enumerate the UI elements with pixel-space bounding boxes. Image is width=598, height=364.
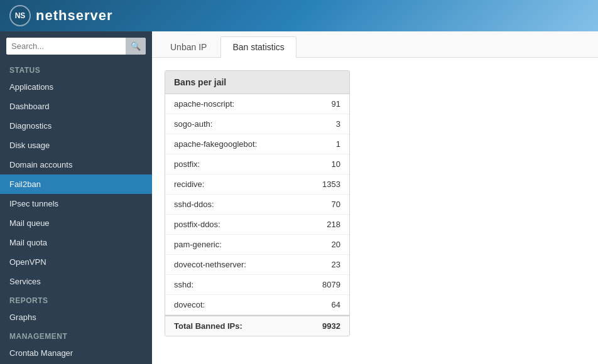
panel-content: Bans per jail apache-noscript: 91 sogo-a… — [152, 58, 598, 349]
sidebar-item-ipsec-tunnels[interactable]: IPsec tunnels — [0, 194, 152, 213]
table-row: apache-fakegooglebot: 1 — [165, 134, 349, 154]
bans-table: Bans per jail apache-noscript: 91 sogo-a… — [165, 70, 350, 336]
sidebar-item-mail-quota[interactable]: Mail quota — [0, 233, 152, 252]
sidebar-item-graphs[interactable]: Graphs — [0, 308, 152, 327]
jail-name: recidive: — [174, 179, 204, 189]
ban-count: 8079 — [322, 280, 340, 289]
jail-name: dovecot-nethserver: — [174, 260, 246, 269]
sidebar-item-crontab-manager[interactable]: Crontab Manager — [0, 343, 152, 363]
sidebar-item-applications[interactable]: Applications — [0, 77, 152, 97]
sidebar-item-openvpn[interactable]: OpenVPN — [0, 252, 152, 272]
jail-name: sogo-auth: — [174, 119, 212, 129]
table-row: apache-noscript: 91 — [165, 94, 349, 114]
tab-unban-ip[interactable]: Unban IP — [158, 36, 219, 57]
jail-name: postfix: — [174, 159, 200, 169]
ban-count: 91 — [332, 99, 340, 109]
search-button[interactable]: 🔍 — [126, 38, 146, 55]
table-row: sogo-auth: 3 — [165, 114, 349, 134]
table-row: dovecot-nethserver: 23 — [165, 255, 349, 275]
table-row: recidive: 1353 — [165, 174, 349, 195]
search-box: 🔍 — [6, 38, 146, 55]
sidebar-item-domain-accounts[interactable]: Domain accounts — [0, 155, 152, 174]
logo-icon: NS — [9, 5, 31, 26]
tab-ban-statistics[interactable]: Ban statistics — [220, 36, 296, 58]
sidebar-item-fail2ban[interactable]: Fail2ban — [0, 174, 152, 194]
jail-name: apache-noscript: — [174, 99, 234, 109]
ban-count: 218 — [327, 220, 340, 229]
bans-table-header: Bans per jail — [165, 71, 349, 94]
main-layout: 🔍 Status Applications Dashboard Diagnost… — [0, 31, 598, 364]
sidebar-item-mail-queue[interactable]: Mail queue — [0, 213, 152, 233]
table-row: postfix: 10 — [165, 154, 349, 174]
search-container: 🔍 — [0, 31, 152, 61]
table-row: sshd: 8079 — [165, 275, 349, 295]
reports-section-label: Reports — [0, 291, 152, 308]
ban-count: 23 — [332, 260, 340, 269]
ban-count: 10 — [332, 159, 340, 169]
header: NS nethserver — [0, 0, 598, 31]
ban-count: 20 — [332, 240, 340, 249]
logo-area: NS nethserver — [9, 5, 113, 26]
ban-count: 64 — [332, 300, 340, 309]
ban-count: 70 — [332, 200, 340, 209]
tabs-bar: Unban IP Ban statistics — [152, 31, 598, 58]
sidebar-item-disk-usage[interactable]: Disk usage — [0, 136, 152, 155]
table-row: postfix-ddos: 218 — [165, 215, 349, 235]
status-section-label: Status — [0, 61, 152, 77]
jail-name: pam-generic: — [174, 240, 222, 249]
ban-count: 1353 — [322, 179, 340, 189]
sidebar-item-diagnostics[interactable]: Diagnostics — [0, 116, 152, 136]
search-input[interactable] — [6, 38, 126, 55]
management-section-label: Management — [0, 327, 152, 343]
total-banned-row: Total Banned IPs: 9932 — [165, 315, 349, 336]
ban-count: 3 — [336, 119, 340, 129]
sidebar-item-services[interactable]: Services — [0, 272, 152, 291]
jail-name: postfix-ddos: — [174, 220, 220, 229]
jail-name: dovecot: — [174, 300, 205, 309]
sidebar-item-dashboard[interactable]: Dashboard — [0, 97, 152, 116]
table-row: dovecot: 64 — [165, 295, 349, 315]
jail-name: sshd: — [174, 280, 193, 289]
table-row: pam-generic: 20 — [165, 235, 349, 255]
table-row: sshd-ddos: 70 — [165, 195, 349, 215]
total-label: Total Banned IPs: — [174, 321, 242, 331]
content-area: Unban IP Ban statistics Bans per jail ap… — [152, 31, 598, 364]
jail-name: apache-fakegooglebot: — [174, 139, 257, 149]
total-value: 9932 — [322, 321, 340, 331]
sidebar: 🔍 Status Applications Dashboard Diagnost… — [0, 31, 152, 364]
logo-text: nethserver — [36, 8, 113, 24]
ban-count: 1 — [336, 139, 340, 149]
jail-name: sshd-ddos: — [174, 200, 214, 209]
